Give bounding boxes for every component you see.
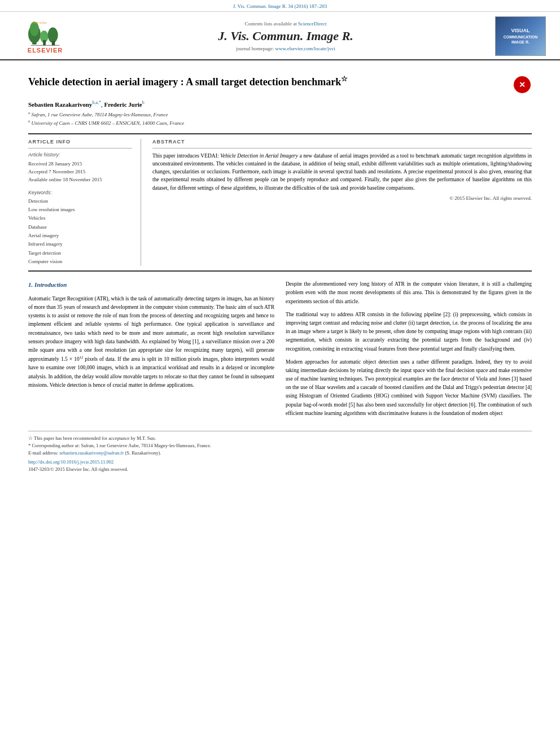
author-2-name: Frederic Jurie xyxy=(104,101,142,108)
keyword-low-res: Low resolution images xyxy=(28,206,132,214)
doi-link[interactable]: http://dx.doi.org/10.1016/j.jvcir.2015.1… xyxy=(28,459,113,465)
svg-point-5 xyxy=(48,27,58,42)
journal-citation: J. Vis. Commun. Image R. 34 (2016) 187–2… xyxy=(233,3,327,9)
two-col-body: 1. Introduction Automatic Target Recogni… xyxy=(28,280,532,422)
elsevier-logo: Non solus ELSEVIER xyxy=(28,19,63,54)
abstract-italic-title: Vehicle Detection in Aerial Imagery xyxy=(220,153,298,159)
publisher-logo-area: Non solus ELSEVIER xyxy=(11,19,79,54)
author-1-name: Sebastien Razakarivony xyxy=(28,101,92,108)
star-footnote: ☆ xyxy=(341,75,348,83)
keyword-vehicles: Vehicles xyxy=(28,214,132,222)
svg-rect-6 xyxy=(52,41,55,45)
crossmark-icon: ✕ xyxy=(514,76,531,93)
keyword-aerial: Aerial imagery xyxy=(28,231,132,240)
abstract-text: This paper introduces VEDAI: Vehicle Det… xyxy=(152,152,532,192)
affiliations: a Safran, 1 rue Genevieve Aube, 78114 Ma… xyxy=(28,110,532,128)
right-paragraph-3: Modern approaches for automatic object d… xyxy=(286,358,532,418)
elsevier-tree-icon: Non solus xyxy=(28,19,62,47)
article-info-col: ARTICLE INFO Article history: Received 2… xyxy=(28,139,141,267)
article-title: Vehicle detection in aerial imagery : A … xyxy=(28,75,506,89)
abstract-col: ABSTRACT This paper introduces VEDAI: Ve… xyxy=(152,139,532,267)
keyword-cv: Computer vision xyxy=(28,257,132,266)
svg-rect-4 xyxy=(43,40,46,45)
article-info-heading: ARTICLE INFO xyxy=(28,139,132,145)
doi-line: http://dx.doi.org/10.1016/j.jvcir.2015.1… xyxy=(28,458,532,466)
divider-thick xyxy=(28,133,532,134)
issn-line: 1047-3203/© 2015 Elsevier Inc. All right… xyxy=(28,466,532,473)
info-divider xyxy=(28,148,132,148)
journal-logo-right: VISUAL COMMUNICATION IMAGE R. xyxy=(492,16,549,56)
body-col-right: Despite the aforementioned very long his… xyxy=(286,280,532,422)
history-available: Available online 18 November 2015 xyxy=(28,176,132,184)
visual-image-r-logo: VISUAL COMMUNICATION IMAGE R. xyxy=(495,16,546,56)
copyright-line: © 2015 Elsevier Inc. All rights reserved… xyxy=(152,195,532,201)
body-col-left: 1. Introduction Automatic Target Recogni… xyxy=(28,280,274,422)
history-received: Received 28 January 2015 xyxy=(28,160,132,168)
right-paragraph-2: The traditional way to address ATR consi… xyxy=(286,311,532,353)
history-accepted: Accepted 7 November 2015 xyxy=(28,168,132,176)
article-info-abstract: ARTICLE INFO Article history: Received 2… xyxy=(28,139,532,267)
keyword-infrared: Infrared imagery xyxy=(28,240,132,248)
svg-text:Non solus: Non solus xyxy=(32,20,47,24)
abstract-divider xyxy=(152,148,532,148)
intro-paragraph-1: Automatic Target Recognition (ATR), whic… xyxy=(28,295,274,390)
journal-title-area: Contents lists available at ScienceDirec… xyxy=(79,21,492,51)
keywords-label: Keywords: xyxy=(28,190,132,195)
authors-line: Sebastien Razakarivonyb,a,*, Frederic Ju… xyxy=(28,100,532,108)
author-2-sup: b xyxy=(142,100,145,105)
body-section: 1. Introduction Automatic Target Recogni… xyxy=(28,280,532,422)
sciencedirect-line: Contents lists available at ScienceDirec… xyxy=(79,21,492,27)
footnote-star: ☆ This paper has been recommended for ac… xyxy=(28,435,532,442)
divider-body-start xyxy=(28,270,532,272)
main-content: Vehicle detection in aerial imagery : A … xyxy=(0,60,560,479)
email-link[interactable]: sebastien.razakarivony@safran.fr xyxy=(59,450,124,456)
article-title-text: Vehicle detection in aerial imagery : A … xyxy=(28,75,506,91)
keyword-detection: Detection xyxy=(28,197,132,206)
author-1-sup: b,a,* xyxy=(92,100,101,105)
footnote-email: E-mail address: sebastien.razakarivony@s… xyxy=(28,449,532,457)
journal-title: J. Vis. Commun. Image R. xyxy=(79,29,492,43)
keyword-target: Target detection xyxy=(28,249,132,257)
journal-header: Non solus ELSEVIER Contents lists availa… xyxy=(0,12,560,60)
sciencedirect-link[interactable]: ScienceDirect xyxy=(298,21,326,27)
keywords-section: Keywords: Detection Low resolution image… xyxy=(28,190,132,266)
journal-citation-bar: J. Vis. Commun. Image R. 34 (2016) 187–2… xyxy=(0,0,560,12)
keyword-database: Database xyxy=(28,223,132,231)
affiliation-b: b University of Caen – CNRS UMR 6602 – E… xyxy=(28,119,532,128)
footnote-corresponding: * Corresponding author at: Safran, 1 rue… xyxy=(28,442,532,449)
journal-homepage-link[interactable]: www.elsevier.com/locate/jvci xyxy=(275,46,335,51)
right-paragraph-1: Despite the aforementioned very long his… xyxy=(286,280,532,306)
crossmark-badge: ✕ xyxy=(512,75,532,94)
section-1-title: 1. Introduction xyxy=(28,280,274,290)
article-history-label: Article history: xyxy=(28,152,132,158)
article-title-section: Vehicle detection in aerial imagery : A … xyxy=(28,75,532,94)
footnote-area: ☆ This paper has been recommended for ac… xyxy=(28,431,532,473)
journal-homepage: journal homepage: www.elsevier.com/locat… xyxy=(79,46,492,51)
elsevier-text: ELSEVIER xyxy=(28,47,63,54)
affiliation-a: a Safran, 1 rue Genevieve Aube, 78114 Ma… xyxy=(28,110,532,119)
abstract-heading: ABSTRACT xyxy=(152,139,532,145)
